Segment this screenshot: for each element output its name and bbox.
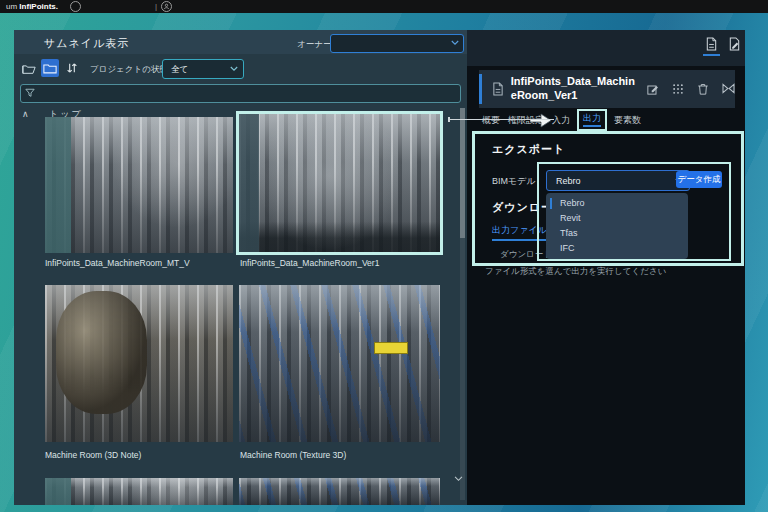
project-thumbnail[interactable] xyxy=(45,285,233,442)
dropdown-option-rebro[interactable]: Rebro xyxy=(546,196,688,211)
project-actions xyxy=(647,83,735,95)
project-edit-tab-icon[interactable] xyxy=(728,37,742,52)
owner-select[interactable] xyxy=(330,34,464,53)
project-title: InfiPoints_Data_MachineRoom_Ver1 xyxy=(511,75,639,103)
dropdown-option-tfas[interactable]: Tfas xyxy=(546,226,688,241)
tab-output[interactable]: 出力 xyxy=(583,113,601,127)
scrollbar[interactable] xyxy=(460,108,465,500)
tab-overview[interactable]: 概要 xyxy=(481,112,501,129)
dropdown-option-ifc[interactable]: IFC xyxy=(546,241,688,256)
thumbnail-caption: InfiPoints_Data_MachineRoom_MT_V xyxy=(45,258,190,268)
topbar-divider: | xyxy=(155,2,157,11)
output-files-link[interactable]: 出力ファイル xyxy=(492,224,547,241)
toolbar: プロジェクトの状態 全て xyxy=(14,56,467,82)
project-detail-panel: InfiPoints_Data_MachineRoom_Ver1 概要 権限設定 xyxy=(467,30,745,505)
scroll-down-icon[interactable] xyxy=(454,476,463,482)
edit-icon[interactable] xyxy=(647,83,659,95)
folder-view-button[interactable] xyxy=(41,59,59,77)
collapse-chevron-icon: ∧ xyxy=(22,109,31,119)
project-thumbnail[interactable] xyxy=(45,478,233,505)
project-thumbnail[interactable] xyxy=(239,478,440,505)
user-account-icon[interactable] xyxy=(161,1,172,12)
open-project-button[interactable] xyxy=(20,59,38,77)
panel-title: サムネイル表示 xyxy=(44,36,129,51)
bim-model-value: Rebro xyxy=(556,176,581,186)
project-thumbnail[interactable] xyxy=(239,285,440,442)
compare-icon[interactable] xyxy=(722,83,735,95)
point-cloud-icon[interactable] xyxy=(672,83,684,95)
thumbnail-caption: Machine Room (Texture 3D) xyxy=(240,450,346,460)
cursor-arrow-icon xyxy=(530,113,552,128)
accent-bar xyxy=(479,74,482,104)
sort-button[interactable] xyxy=(63,59,81,77)
bim-model-dropdown-list: Rebro Revit Tfas IFC xyxy=(546,193,688,259)
bim-model-label: BIMモデル xyxy=(492,175,536,188)
scrollbar-thumb[interactable] xyxy=(460,108,465,238)
project-thumbnail[interactable] xyxy=(45,117,233,253)
tab-output-highlight-box: 出力 xyxy=(577,109,607,131)
filter-field xyxy=(20,84,461,103)
detail-panel-header xyxy=(467,30,745,66)
create-data-button[interactable]: データ作成 xyxy=(676,171,722,188)
project-thumbnail-selected[interactable] xyxy=(236,111,443,255)
export-heading: エクスポート xyxy=(492,142,565,157)
globe-icon[interactable] xyxy=(70,1,81,12)
thumbnail-caption: InfiPoints_Data_MachineRoom_Ver1 xyxy=(240,258,379,268)
thumbnail-caption: Machine Room (3D Note) xyxy=(45,450,141,460)
download-note-line2: ファイル形式を選んで出力を実行してください xyxy=(485,266,666,278)
project-status-value: 全て xyxy=(171,64,188,76)
owner-label: オーナー xyxy=(297,39,331,51)
detail-tabs: 概要 権限設定 入力 出力 要素数 xyxy=(481,112,642,131)
chevron-down-icon xyxy=(451,40,459,46)
brand-logo: um InfiPoints. xyxy=(6,2,58,11)
thumbnail-browser-panel: サムネイル表示 オーナー プロジェクトの状態 全て xyxy=(14,30,467,505)
top-bar: um InfiPoints. | xyxy=(0,0,768,13)
app-window: um InfiPoints. | サムネイル表示 オーナー xyxy=(0,0,768,512)
trash-icon[interactable] xyxy=(697,83,709,95)
bim-model-select[interactable]: Rebro xyxy=(546,170,690,191)
tab-element-count[interactable]: 要素数 xyxy=(613,112,642,129)
project-card: InfiPoints_Data_MachineRoom_Ver1 xyxy=(479,70,735,108)
project-status-label: プロジェクトの状態 xyxy=(90,64,168,76)
project-status-select[interactable]: 全て xyxy=(162,59,244,79)
tab-input[interactable]: 入力 xyxy=(551,112,571,129)
filter-funnel-icon xyxy=(25,88,35,98)
dropdown-option-revit[interactable]: Revit xyxy=(546,211,688,226)
document-icon xyxy=(492,82,504,96)
annotation-connector-line xyxy=(448,119,554,120)
active-tab-underline xyxy=(703,54,720,56)
project-info-tab-icon[interactable] xyxy=(705,37,719,52)
filter-input[interactable] xyxy=(39,85,458,102)
3d-note-tag xyxy=(374,342,408,354)
chevron-down-icon xyxy=(230,66,238,72)
